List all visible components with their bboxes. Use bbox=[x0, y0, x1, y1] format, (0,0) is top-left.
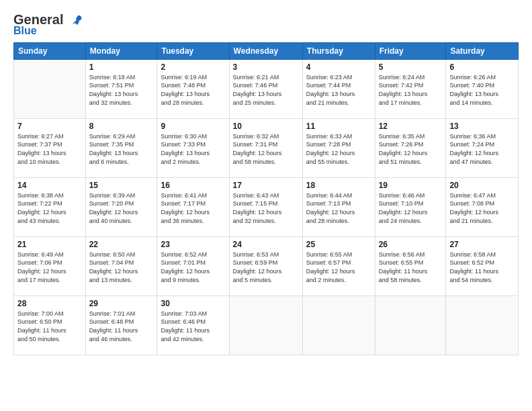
cell-content: Sunrise: 6:29 AMSunset: 7:35 PMDaylight:… bbox=[89, 132, 154, 166]
day-number: 5 bbox=[379, 62, 443, 72]
day-number: 28 bbox=[17, 299, 82, 308]
cell-content: Sunrise: 6:43 AMSunset: 7:15 PMDaylight:… bbox=[233, 191, 299, 225]
day-number: 12 bbox=[379, 122, 443, 131]
cell-content: Sunrise: 7:00 AMSunset: 6:50 PMDaylight:… bbox=[17, 310, 82, 343]
day-number: 18 bbox=[306, 181, 371, 190]
day-number: 10 bbox=[233, 122, 299, 131]
cell-content: Sunrise: 6:38 AMSunset: 7:22 PMDaylight:… bbox=[17, 191, 82, 225]
calendar-cell: 30Sunrise: 7:03 AMSunset: 6:46 PMDayligh… bbox=[157, 295, 229, 355]
day-number: 2 bbox=[161, 62, 225, 72]
cell-content: Sunrise: 6:41 AMSunset: 7:17 PMDaylight:… bbox=[161, 191, 225, 225]
cell-content: Sunrise: 6:56 AMSunset: 6:55 PMDaylight:… bbox=[379, 250, 443, 284]
cell-content: Sunrise: 6:35 AMSunset: 7:26 PMDaylight:… bbox=[379, 132, 443, 166]
day-number: 26 bbox=[379, 240, 443, 249]
calendar-cell: 14Sunrise: 6:38 AMSunset: 7:22 PMDayligh… bbox=[14, 177, 86, 236]
calendar-cell: 29Sunrise: 7:01 AMSunset: 6:48 PMDayligh… bbox=[85, 295, 157, 355]
cell-content: Sunrise: 6:58 AMSunset: 6:52 PMDaylight:… bbox=[449, 250, 515, 284]
day-header-sunday: Sunday bbox=[14, 42, 86, 59]
cell-content: Sunrise: 6:24 AMSunset: 7:42 PMDaylight:… bbox=[379, 73, 443, 107]
cell-content: Sunrise: 6:26 AMSunset: 7:40 PMDaylight:… bbox=[449, 73, 515, 107]
day-number: 11 bbox=[306, 122, 371, 131]
day-number: 7 bbox=[17, 122, 82, 131]
cell-content: Sunrise: 7:01 AMSunset: 6:48 PMDaylight:… bbox=[89, 310, 154, 343]
day-number: 25 bbox=[306, 240, 371, 249]
cell-content: Sunrise: 6:49 AMSunset: 7:06 PMDaylight:… bbox=[17, 250, 82, 284]
day-number: 27 bbox=[449, 240, 515, 249]
calendar-week-4: 21Sunrise: 6:49 AMSunset: 7:06 PMDayligh… bbox=[14, 236, 519, 295]
calendar-cell: 7Sunrise: 6:27 AMSunset: 7:37 PMDaylight… bbox=[14, 118, 86, 177]
day-number: 17 bbox=[233, 181, 299, 190]
calendar-cell: 17Sunrise: 6:43 AMSunset: 7:15 PMDayligh… bbox=[229, 177, 302, 236]
day-number: 4 bbox=[306, 62, 371, 72]
cell-content: Sunrise: 6:39 AMSunset: 7:20 PMDaylight:… bbox=[89, 191, 154, 225]
day-number: 22 bbox=[89, 240, 154, 249]
calendar-cell: 3Sunrise: 6:21 AMSunset: 7:46 PMDaylight… bbox=[229, 59, 302, 118]
calendar-cell bbox=[375, 295, 446, 355]
calendar-cell: 9Sunrise: 6:30 AMSunset: 7:33 PMDaylight… bbox=[157, 118, 229, 177]
calendar-cell: 13Sunrise: 6:36 AMSunset: 7:24 PMDayligh… bbox=[446, 118, 519, 177]
calendar-cell: 11Sunrise: 6:33 AMSunset: 7:28 PMDayligh… bbox=[302, 118, 375, 177]
cell-content: Sunrise: 6:53 AMSunset: 6:59 PMDaylight:… bbox=[233, 250, 299, 284]
calendar-cell bbox=[446, 295, 519, 355]
calendar-cell: 25Sunrise: 6:55 AMSunset: 6:57 PMDayligh… bbox=[302, 236, 375, 295]
day-number: 3 bbox=[233, 62, 299, 72]
calendar-week-5: 28Sunrise: 7:00 AMSunset: 6:50 PMDayligh… bbox=[14, 295, 519, 355]
day-number: 19 bbox=[379, 181, 443, 190]
calendar-table: SundayMondayTuesdayWednesdayThursdayFrid… bbox=[13, 42, 519, 355]
day-number: 24 bbox=[233, 240, 299, 249]
calendar-cell: 8Sunrise: 6:29 AMSunset: 7:35 PMDaylight… bbox=[85, 118, 157, 177]
cell-content: Sunrise: 6:21 AMSunset: 7:46 PMDaylight:… bbox=[233, 73, 299, 107]
calendar-cell: 28Sunrise: 7:00 AMSunset: 6:50 PMDayligh… bbox=[14, 295, 86, 355]
calendar-cell: 20Sunrise: 6:47 AMSunset: 7:08 PMDayligh… bbox=[446, 177, 519, 236]
day-number: 29 bbox=[89, 299, 154, 308]
calendar-cell bbox=[14, 59, 86, 118]
cell-content: Sunrise: 6:27 AMSunset: 7:37 PMDaylight:… bbox=[17, 132, 82, 166]
calendar-cell: 4Sunrise: 6:23 AMSunset: 7:44 PMDaylight… bbox=[302, 59, 375, 118]
logo: General Blue bbox=[13, 12, 83, 37]
calendar-cell: 18Sunrise: 6:44 AMSunset: 7:13 PMDayligh… bbox=[302, 177, 375, 236]
calendar-cell bbox=[302, 295, 375, 355]
cell-content: Sunrise: 6:18 AMSunset: 7:51 PMDaylight:… bbox=[89, 73, 154, 107]
cell-content: Sunrise: 6:50 AMSunset: 7:04 PMDaylight:… bbox=[89, 250, 154, 284]
day-number: 30 bbox=[161, 299, 225, 308]
cell-content: Sunrise: 6:32 AMSunset: 7:31 PMDaylight:… bbox=[233, 132, 299, 166]
calendar-cell: 24Sunrise: 6:53 AMSunset: 6:59 PMDayligh… bbox=[229, 236, 302, 295]
day-number: 1 bbox=[89, 62, 154, 72]
day-number: 15 bbox=[89, 181, 154, 190]
day-header-thursday: Thursday bbox=[302, 42, 375, 59]
cell-content: Sunrise: 6:55 AMSunset: 6:57 PMDaylight:… bbox=[306, 250, 371, 284]
day-header-monday: Monday bbox=[85, 42, 157, 59]
calendar-header-row: SundayMondayTuesdayWednesdayThursdayFrid… bbox=[14, 42, 519, 59]
cell-content: Sunrise: 6:46 AMSunset: 7:10 PMDaylight:… bbox=[379, 191, 443, 225]
day-header-tuesday: Tuesday bbox=[157, 42, 229, 59]
cell-content: Sunrise: 6:23 AMSunset: 7:44 PMDaylight:… bbox=[306, 73, 371, 107]
cell-content: Sunrise: 6:36 AMSunset: 7:24 PMDaylight:… bbox=[449, 132, 515, 166]
calendar-week-1: 1Sunrise: 6:18 AMSunset: 7:51 PMDaylight… bbox=[14, 59, 519, 118]
calendar-cell: 15Sunrise: 6:39 AMSunset: 7:20 PMDayligh… bbox=[85, 177, 157, 236]
calendar-cell: 5Sunrise: 6:24 AMSunset: 7:42 PMDaylight… bbox=[375, 59, 446, 118]
calendar-cell: 26Sunrise: 6:56 AMSunset: 6:55 PMDayligh… bbox=[375, 236, 446, 295]
calendar-cell: 19Sunrise: 6:46 AMSunset: 7:10 PMDayligh… bbox=[375, 177, 446, 236]
day-number: 6 bbox=[449, 62, 515, 72]
day-number: 14 bbox=[17, 181, 82, 190]
day-number: 21 bbox=[17, 240, 82, 249]
calendar-cell: 22Sunrise: 6:50 AMSunset: 7:04 PMDayligh… bbox=[85, 236, 157, 295]
calendar-cell: 12Sunrise: 6:35 AMSunset: 7:26 PMDayligh… bbox=[375, 118, 446, 177]
day-number: 16 bbox=[161, 181, 225, 190]
day-header-wednesday: Wednesday bbox=[229, 42, 302, 59]
day-number: 13 bbox=[449, 122, 515, 131]
day-number: 8 bbox=[89, 122, 154, 131]
cell-content: Sunrise: 7:03 AMSunset: 6:46 PMDaylight:… bbox=[161, 310, 225, 343]
day-number: 23 bbox=[161, 240, 225, 249]
calendar-cell: 6Sunrise: 6:26 AMSunset: 7:40 PMDaylight… bbox=[446, 59, 519, 118]
calendar-week-3: 14Sunrise: 6:38 AMSunset: 7:22 PMDayligh… bbox=[14, 177, 519, 236]
calendar-cell: 21Sunrise: 6:49 AMSunset: 7:06 PMDayligh… bbox=[14, 236, 86, 295]
day-number: 20 bbox=[449, 181, 515, 190]
calendar-cell: 10Sunrise: 6:32 AMSunset: 7:31 PMDayligh… bbox=[229, 118, 302, 177]
cell-content: Sunrise: 6:47 AMSunset: 7:08 PMDaylight:… bbox=[449, 191, 515, 225]
logo-bird-icon bbox=[69, 13, 83, 28]
cell-content: Sunrise: 6:33 AMSunset: 7:28 PMDaylight:… bbox=[306, 132, 371, 166]
calendar-cell bbox=[229, 295, 302, 355]
day-header-saturday: Saturday bbox=[446, 42, 519, 59]
calendar-cell: 1Sunrise: 6:18 AMSunset: 7:51 PMDaylight… bbox=[85, 59, 157, 118]
